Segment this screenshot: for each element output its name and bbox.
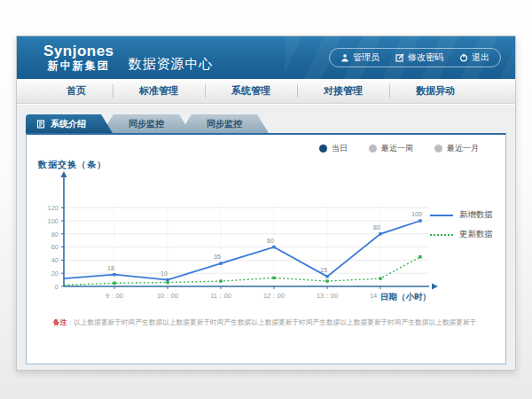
data-point-marker	[272, 246, 275, 248]
data-point-marker	[419, 255, 421, 258]
user-button-label: 退出	[472, 51, 489, 64]
doc-icon	[36, 120, 45, 129]
new-data-series-line	[64, 221, 420, 280]
y-axis-arrow-icon	[61, 171, 67, 177]
data-point-marker	[166, 281, 168, 284]
x-tick-label: 10：00	[157, 292, 178, 300]
tab-系统介绍-0[interactable]: 系统介绍	[26, 114, 113, 133]
footnote: 备注：以上数据更新于时间产生数据以上数据更新于时间产生数据以上数据更新于时间产生…	[53, 318, 491, 327]
company-logo: Synjones 新中新集团	[43, 43, 114, 72]
x-tick-label: 13：00	[317, 292, 338, 300]
chart-legend: 新增数据更新数据	[430, 209, 493, 248]
data-point-marker	[113, 273, 115, 276]
nav-item-数据异动[interactable]: 数据异动	[389, 79, 481, 103]
x-tick-label: 11：00	[210, 292, 231, 300]
x-axis-arrow-icon	[432, 284, 438, 290]
line-chart: 0204060801001209：0010：0011：0012：0013：001…	[28, 167, 438, 314]
tab-label: 同步监控	[207, 119, 242, 129]
logout-button[interactable]: 退出	[459, 51, 489, 64]
line-chart-svg: 0204060801001209：0010：0011：0012：0013：001…	[28, 167, 438, 310]
user-icon	[340, 53, 349, 62]
tab-bar: 系统介绍同步监控同步监控	[17, 105, 515, 133]
legend-item-新增数据: 新增数据	[430, 209, 493, 221]
legend-swatch-icon	[430, 215, 453, 216]
radio-当日[interactable]: 当日	[319, 143, 348, 154]
main-nav: 首页标准管理系统管理对接管理数据异动	[17, 79, 515, 104]
y-tick-label: 0	[55, 283, 59, 291]
tab-同步监控-1[interactable]: 同步监控	[102, 114, 191, 133]
legend-label: 新增数据	[459, 209, 493, 221]
data-point-label: 100	[411, 211, 422, 217]
footnote-label: 备注	[53, 318, 66, 326]
nav-item-系统管理[interactable]: 系统管理	[205, 79, 297, 103]
data-point-label: 18	[107, 265, 114, 271]
radio-label: 当日	[332, 143, 348, 154]
x-tick-label: 12：00	[263, 292, 285, 300]
tab-label: 同步监控	[129, 119, 164, 129]
data-point-marker	[325, 279, 328, 282]
app-window: Synjones 新中新集团 数据资源中心 管理员修改密码退出 首页标准管理系统…	[16, 35, 516, 371]
tab-同步监控-2[interactable]: 同步监控	[180, 114, 269, 133]
nav-item-首页[interactable]: 首页	[40, 79, 113, 103]
user-button-label: 管理员	[353, 51, 379, 64]
legend-label: 更新数据	[459, 229, 493, 240]
user-button-label: 修改密码	[408, 51, 443, 64]
nav-item-标准管理[interactable]: 标准管理	[113, 79, 205, 103]
x-tick-label: 9：00	[106, 292, 123, 300]
y-tick-label: 80	[51, 231, 59, 239]
updated-data-series-line	[64, 257, 420, 286]
admin-user-button[interactable]: 管理员	[340, 51, 379, 64]
logo-chinese-text: 新中新集团	[43, 60, 114, 72]
y-tick-label: 120	[47, 204, 59, 212]
data-point-marker	[379, 232, 381, 235]
chart-panel: 当日最近一周最近一月 数据交换（条） 0204060801001209：0010…	[26, 133, 506, 364]
data-point-marker	[219, 279, 222, 282]
footnote-text: ：以上数据更新于时间产生数据以上数据更新于时间产生数据以上数据更新于时间产生数据…	[66, 318, 476, 326]
data-point-label: 10	[160, 270, 168, 277]
nav-item-对接管理[interactable]: 对接管理	[297, 79, 389, 103]
data-point-label: 35	[214, 254, 221, 260]
user-actions-group: 管理员修改密码退出	[329, 48, 501, 67]
data-point-marker	[325, 275, 328, 278]
radio-dot-icon	[369, 145, 377, 153]
radio-dot-icon	[319, 145, 327, 153]
data-point-label: 60	[267, 238, 274, 244]
legend-swatch-icon	[430, 234, 453, 236]
radio-label: 最近一周	[381, 143, 413, 154]
y-tick-label: 100	[47, 217, 59, 225]
radio-dot-icon	[434, 145, 442, 153]
app-header: Synjones 新中新集团 数据资源中心 管理员修改密码退出	[17, 36, 515, 79]
data-point-marker	[379, 277, 381, 279]
radio-label: 最近一月	[447, 143, 479, 154]
radio-最近一月[interactable]: 最近一月	[434, 143, 479, 154]
content-area: 系统介绍同步监控同步监控 当日最近一周最近一月 数据交换（条） 02040608…	[17, 105, 515, 370]
radio-最近一周[interactable]: 最近一周	[369, 143, 413, 154]
data-point-marker	[113, 282, 115, 285]
data-point-marker	[272, 277, 275, 279]
logo-english-text: Synjones	[43, 43, 114, 60]
data-point-marker	[166, 278, 168, 281]
y-tick-label: 20	[51, 270, 59, 278]
x-axis-title: 日期（小时）	[380, 292, 431, 302]
y-tick-label: 60	[51, 243, 59, 251]
power-icon	[459, 53, 468, 62]
time-range-filters: 当日最近一周最近一月	[319, 143, 479, 154]
data-point-marker	[219, 262, 222, 264]
legend-item-更新数据: 更新数据	[430, 229, 493, 240]
page-title: 数据资源中心	[129, 56, 214, 73]
y-tick-label: 40	[51, 256, 59, 264]
change-password-button[interactable]: 修改密码	[395, 51, 443, 64]
data-point-marker	[419, 219, 421, 222]
edit-icon	[395, 53, 404, 62]
tab-label: 系统介绍	[51, 114, 86, 133]
data-point-label: 15	[320, 267, 327, 273]
data-point-label: 80	[373, 224, 380, 231]
